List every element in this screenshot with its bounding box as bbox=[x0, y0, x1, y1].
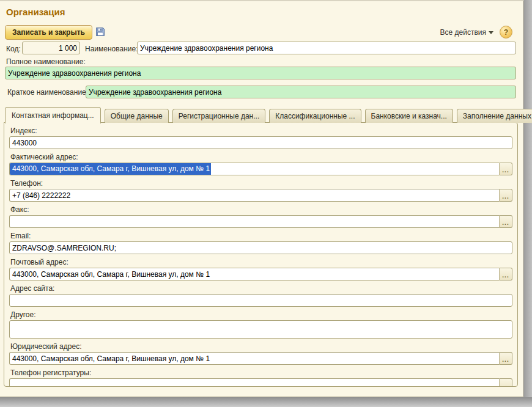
legal-address-label: Юридический адрес: bbox=[10, 343, 511, 351]
code-label: Код: bbox=[6, 45, 21, 53]
tab-classification-data[interactable]: Классификационные ... bbox=[269, 109, 361, 123]
legal-address-picker-button[interactable]: ... bbox=[499, 352, 512, 365]
window-right-edge bbox=[524, 0, 532, 397]
registry-phone-picker-button[interactable]: ... bbox=[499, 378, 512, 387]
phone-input[interactable] bbox=[9, 189, 499, 202]
tab-contact-info[interactable]: Контактная информац... bbox=[5, 107, 101, 123]
postal-address-picker-button[interactable]: ... bbox=[499, 268, 512, 280]
other-input[interactable] bbox=[9, 320, 512, 339]
selected-text: 443000, Самарская обл, Самара г, Вишнева… bbox=[10, 163, 211, 175]
registry-phone-input[interactable] bbox=[9, 378, 499, 387]
help-button[interactable]: ? bbox=[500, 26, 512, 38]
website-input[interactable] bbox=[9, 294, 512, 307]
phone-picker-button[interactable]: ... bbox=[499, 189, 512, 202]
short-name-label: Краткое наименование: bbox=[7, 88, 88, 97]
postcode-label: Индекс: bbox=[10, 127, 511, 135]
actual-address-input[interactable]: 443000, Самарская обл, Самара г, Вишнева… bbox=[9, 163, 499, 175]
short-name-input[interactable] bbox=[86, 86, 516, 98]
organization-form-window: Организация Записать и закрыть Все дейст… bbox=[0, 0, 523, 397]
postcode-input[interactable] bbox=[9, 136, 512, 149]
actual-address-label: Фактический адрес: bbox=[10, 153, 511, 161]
window-bottom-edge bbox=[0, 397, 532, 407]
save-and-close-button[interactable]: Записать и закрыть bbox=[5, 25, 92, 40]
name-label: Наименование: bbox=[85, 45, 138, 53]
tab-registration-data[interactable]: Регистрационные дан... bbox=[172, 109, 266, 123]
contact-info-panel: Индекс: Фактический адрес: 443000, Самар… bbox=[4, 122, 518, 387]
full-name-label: Полное наименование: bbox=[6, 57, 86, 66]
postal-address-input[interactable] bbox=[9, 268, 499, 280]
fax-label: Факс: bbox=[10, 206, 511, 214]
website-label: Адрес сайта: bbox=[10, 285, 511, 293]
page-title: Организация bbox=[6, 7, 65, 17]
tab-bank-treasury[interactable]: Банковские и казнач... bbox=[365, 109, 453, 123]
phone-label: Телефон: bbox=[10, 180, 511, 188]
email-input[interactable] bbox=[9, 241, 512, 254]
email-label: Email: bbox=[10, 232, 511, 240]
full-name-input[interactable] bbox=[5, 67, 516, 79]
all-actions-label: Все действия bbox=[440, 28, 486, 37]
legal-address-input[interactable] bbox=[9, 352, 499, 365]
other-label: Другое: bbox=[10, 311, 511, 319]
chevron-down-icon bbox=[489, 31, 493, 34]
save-button[interactable] bbox=[94, 26, 107, 39]
name-input[interactable] bbox=[137, 42, 516, 54]
registry-phone-label: Телефон регистратуры: bbox=[10, 369, 511, 377]
fax-input[interactable] bbox=[9, 215, 499, 228]
question-mark-icon: ? bbox=[504, 28, 508, 37]
postal-address-label: Почтовый адрес: bbox=[10, 258, 511, 266]
actual-address-picker-button[interactable]: ... bbox=[499, 163, 512, 175]
all-actions-menu[interactable]: Все действия bbox=[440, 28, 493, 37]
fax-picker-button[interactable]: ... bbox=[499, 215, 512, 228]
code-input[interactable] bbox=[22, 42, 80, 54]
floppy-disk-icon bbox=[95, 27, 105, 38]
tab-bar: Контактная информац... Общие данные Реги… bbox=[5, 106, 518, 123]
tab-general-data[interactable]: Общие данные bbox=[105, 109, 169, 123]
tab-data-filling[interactable]: Заполнение данных bbox=[457, 109, 532, 123]
